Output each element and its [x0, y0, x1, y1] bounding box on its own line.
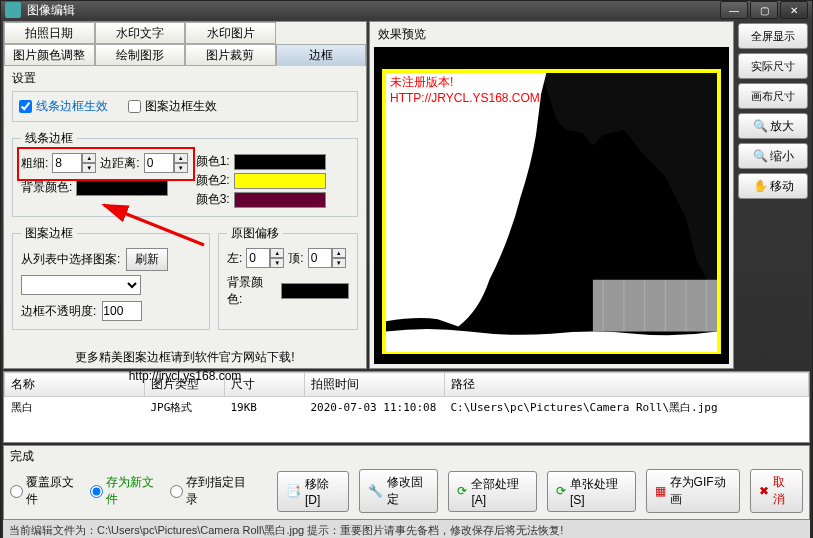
app-icon: [5, 2, 21, 18]
pattern-select[interactable]: [21, 275, 141, 295]
settings-label: 设置: [12, 70, 358, 87]
color1-label: 颜色1:: [196, 153, 230, 170]
line-effect-checkbox[interactable]: [19, 100, 32, 113]
process-one-icon: ⟳: [556, 484, 566, 498]
pattern-effect-check[interactable]: 图案边框生效: [128, 98, 217, 115]
preview-image: 未注册版本!HTTP://JRYCL.YS168.COM: [382, 69, 721, 354]
cancel-icon: ✖: [759, 484, 769, 498]
pattern-select-label: 从列表中选择图案:: [21, 251, 120, 268]
color3-label: 颜色3:: [196, 191, 230, 208]
preview-panel: 效果预览 未注册版本!HTTP://JRYCL.YS168.COM: [369, 21, 734, 369]
thickness-label: 粗细:: [21, 155, 48, 172]
fullscreen-button[interactable]: 全屏显示: [738, 23, 808, 49]
margin-down[interactable]: ▼: [174, 163, 188, 173]
zoom-in-icon: 🔍: [753, 119, 768, 133]
line-effect-check[interactable]: 线条边框生效: [19, 98, 108, 115]
window-title: 图像编辑: [27, 2, 720, 19]
offset-top-up[interactable]: ▲: [332, 248, 346, 258]
pan-button[interactable]: ✋移动: [738, 173, 808, 199]
edit-icon: 🔧: [368, 484, 383, 498]
remove-button[interactable]: 📑移除[D]: [277, 471, 349, 512]
offset-left-input[interactable]: [246, 248, 270, 268]
close-button[interactable]: ✕: [780, 1, 808, 19]
hand-icon: ✋: [753, 179, 768, 193]
tab-watermark-text[interactable]: 水印文字: [95, 22, 186, 44]
offset-bg-label: 背景颜色:: [227, 274, 277, 308]
bottom-panel: 完成 覆盖原文件 存为新文件 存到指定目录 📑移除[D] 🔧修改固定 ⟳全部处理…: [3, 445, 810, 520]
right-toolbar: 全屏显示 实际尺寸 画布尺寸 🔍放大 🔍缩小 ✋移动: [736, 21, 810, 369]
zoom-out-icon: 🔍: [753, 149, 768, 163]
pattern-frame-group: 图案边框 从列表中选择图案: 刷新 边框不透明度:: [12, 225, 210, 330]
opacity-label: 边框不透明度:: [21, 303, 96, 320]
actual-size-button[interactable]: 实际尺寸: [738, 53, 808, 79]
bg-color-label: 背景颜色:: [21, 179, 72, 196]
left-panel: 拍照日期 水印文字 水印图片 图片颜色调整 绘制图形 图片裁剪 边框 设置: [3, 21, 367, 369]
pattern-frame-legend: 图案边框: [21, 225, 77, 242]
line-frame-legend: 线条边框: [21, 130, 77, 147]
offset-left-label: 左:: [227, 250, 242, 267]
tab-watermark-image[interactable]: 水印图片: [185, 22, 276, 44]
save-gif-button[interactable]: ▦存为GIF动画: [646, 469, 740, 513]
zoom-in-button[interactable]: 🔍放大: [738, 113, 808, 139]
offset-legend: 原图偏移: [227, 225, 283, 242]
status-bar: 当前编辑文件为：C:\Users\pc\Pictures\Camera Roll…: [3, 520, 810, 538]
offset-left-down[interactable]: ▼: [270, 258, 284, 268]
tab-border[interactable]: 边框: [276, 44, 367, 66]
process-all-button[interactable]: ⟳全部处理[A]: [448, 471, 537, 512]
margin-label: 边距离:: [100, 155, 139, 172]
radio-overwrite[interactable]: 覆盖原文件: [10, 474, 80, 508]
tab-crop[interactable]: 图片裁剪: [185, 44, 276, 66]
preview-title: 效果预览: [372, 24, 731, 45]
promo-text: 更多精美图案边框请到软件官方网站下载! http://jrycl.ys168.c…: [12, 348, 358, 386]
thickness-input[interactable]: [52, 153, 82, 173]
tab-draw-shape[interactable]: 绘制图形: [95, 44, 186, 66]
radio-saveas[interactable]: 存为新文件: [90, 474, 160, 508]
radio-savedir[interactable]: 存到指定目录: [170, 474, 251, 508]
margin-up[interactable]: ▲: [174, 153, 188, 163]
tab-color-adjust[interactable]: 图片颜色调整: [4, 44, 95, 66]
process-all-icon: ⟳: [457, 484, 467, 498]
opacity-input[interactable]: [102, 301, 142, 321]
col-path[interactable]: 路径: [445, 373, 809, 397]
process-one-button[interactable]: ⟳单张处理[S]: [547, 471, 636, 512]
color3-swatch[interactable]: [234, 192, 326, 208]
offset-left-up[interactable]: ▲: [270, 248, 284, 258]
tab-date[interactable]: 拍照日期: [4, 22, 95, 44]
line-frame-group: 线条边框 粗细: ▲▼ 边距离:: [12, 130, 358, 217]
offset-bg-swatch[interactable]: [281, 283, 349, 299]
table-row[interactable]: 黑白 JPG格式 19KB 2020-07-03 11:10:08 C:\Use…: [5, 397, 809, 419]
offset-top-down[interactable]: ▼: [332, 258, 346, 268]
pattern-effect-checkbox[interactable]: [128, 100, 141, 113]
zoom-out-button[interactable]: 🔍缩小: [738, 143, 808, 169]
bottom-legend: 完成: [10, 448, 803, 465]
modify-fix-button[interactable]: 🔧修改固定: [359, 469, 439, 513]
margin-input[interactable]: [144, 153, 174, 173]
minimize-button[interactable]: —: [720, 1, 748, 19]
titlebar: 图像编辑 — ▢ ✕: [1, 1, 812, 19]
preview-area[interactable]: 未注册版本!HTTP://JRYCL.YS168.COM: [374, 47, 729, 364]
canvas-size-button[interactable]: 画布尺寸: [738, 83, 808, 109]
color1-swatch[interactable]: [234, 154, 326, 170]
offset-top-input[interactable]: [308, 248, 332, 268]
color2-swatch[interactable]: [234, 173, 326, 189]
thickness-down[interactable]: ▼: [82, 163, 96, 173]
color2-label: 颜色2:: [196, 172, 230, 189]
offset-frame-group: 原图偏移 左: ▲▼ 顶: ▲▼ 背景颜色:: [218, 225, 358, 330]
watermark-text: 未注册版本!HTTP://JRYCL.YS168.COM: [390, 75, 540, 106]
maximize-button[interactable]: ▢: [750, 1, 778, 19]
effect-checkrow: 线条边框生效 图案边框生效: [12, 91, 358, 122]
bg-color-swatch[interactable]: [76, 180, 168, 196]
gif-icon: ▦: [655, 484, 666, 498]
cancel-button[interactable]: ✖取消: [750, 469, 803, 513]
offset-top-label: 顶:: [288, 250, 303, 267]
remove-icon: 📑: [286, 484, 301, 498]
preview-silhouette: [386, 73, 717, 352]
thickness-up[interactable]: ▲: [82, 153, 96, 163]
refresh-button[interactable]: 刷新: [126, 248, 168, 271]
